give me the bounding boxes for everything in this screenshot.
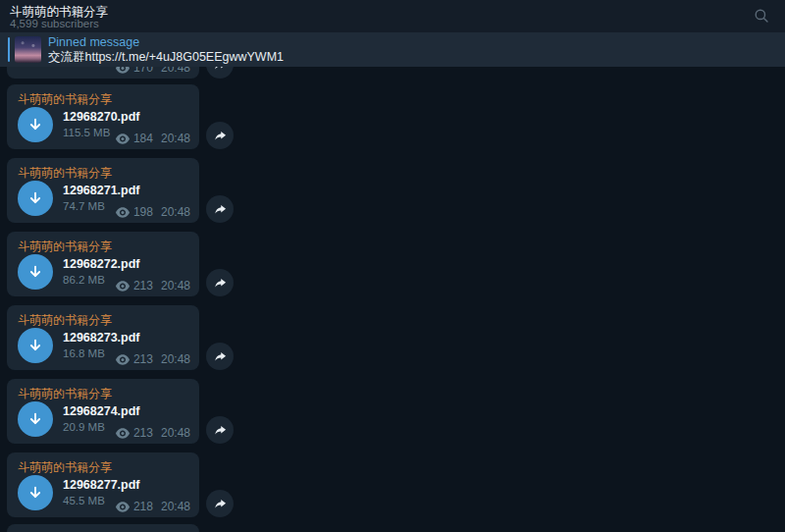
share-button[interactable]: [206, 195, 234, 223]
views-eye-icon: [116, 67, 130, 74]
pinned-message-bar[interactable]: Pinned message 交流群https://t.me/+4uJ8G05E…: [0, 32, 785, 67]
pinned-accent-line: [8, 37, 10, 62]
message-meta: 213 20:48: [116, 279, 190, 293]
message-bubble[interactable]: 斗萌萌的书籍分享 12968272.pdf 86.2 MB 213 20:48: [7, 232, 199, 296]
channel-name[interactable]: 斗萌萌的书籍分享: [18, 386, 112, 402]
message-bubble[interactable]: 斗萌萌的书籍分享 12968271.pdf 74.7 MB 198 20:48: [7, 158, 199, 223]
download-button[interactable]: [18, 328, 53, 363]
download-button[interactable]: [18, 254, 53, 290]
share-button[interactable]: [206, 416, 234, 444]
telegram-window: 斗萌萌的书籍分享 4,599 subscribers Pinned messag…: [0, 0, 785, 532]
message-bubble[interactable]: 斗萌萌的书籍分享 12968277.pdf 45.5 MB 218 20:48: [7, 452, 199, 517]
file-name[interactable]: 12968274.pdf: [63, 404, 140, 418]
message-meta: 213 20:48: [116, 426, 190, 440]
message-meta: 170 20:48: [116, 67, 190, 75]
views-eye-icon: [116, 207, 130, 218]
view-count: 170: [133, 67, 153, 75]
message-time: 20:48: [161, 132, 190, 145]
message-time: 20:48: [161, 500, 190, 513]
view-count: 218: [133, 500, 153, 513]
file-name[interactable]: 12968270.pdf: [63, 110, 140, 124]
channel-name[interactable]: 斗萌萌的书籍分享: [18, 312, 112, 329]
message-time: 20:48: [161, 205, 190, 219]
chat-message-area: 170 20:48 斗萌萌的书籍分享 12968270.pdf 115.5 MB: [0, 67, 785, 532]
chat-subscriber-count: 4,599 subscribers: [10, 18, 99, 29]
download-button[interactable]: [18, 181, 53, 216]
channel-name[interactable]: 斗萌萌的书籍分享: [18, 239, 112, 255]
file-size: 86.2 MB: [63, 274, 105, 286]
search-icon[interactable]: [753, 7, 770, 25]
message-bubble-partial-top[interactable]: 170 20:48: [7, 67, 199, 79]
chat-header-bar[interactable]: 斗萌萌的书籍分享 4,599 subscribers: [0, 0, 785, 32]
file-size: 74.7 MB: [63, 200, 105, 212]
message-bubble[interactable]: 斗萌萌的书籍分享 12968274.pdf 20.9 MB 213 20:48: [7, 379, 199, 444]
channel-name[interactable]: 斗萌萌的书籍分享: [18, 459, 112, 476]
views-eye-icon: [116, 354, 130, 365]
pinned-label: Pinned message: [48, 35, 775, 50]
file-name[interactable]: 12968271.pdf: [63, 184, 140, 197]
download-button[interactable]: [18, 475, 53, 510]
pinned-message-text: 交流群https://t.me/+4uJ8G05EEgwwYWM1: [48, 50, 775, 65]
pinned-thumbnail: [15, 36, 41, 63]
channel-name[interactable]: 斗萌萌的书籍分享: [18, 91, 112, 108]
message-meta: 213 20:48: [116, 352, 190, 366]
share-button[interactable]: [206, 343, 234, 370]
file-size: 16.8 MB: [63, 347, 105, 359]
share-button[interactable]: [206, 122, 234, 149]
file-size: 115.5 MB: [63, 127, 110, 138]
file-size: 45.5 MB: [63, 495, 105, 506]
download-button[interactable]: [18, 107, 53, 142]
file-size: 20.9 MB: [63, 421, 105, 433]
file-name[interactable]: 12968273.pdf: [63, 331, 140, 345]
message-meta: 198 20:48: [116, 205, 190, 219]
view-count: 184: [133, 132, 153, 145]
message-time: 20:48: [161, 67, 190, 75]
views-eye-icon: [116, 133, 130, 144]
views-eye-icon: [116, 281, 130, 292]
file-name[interactable]: 12968272.pdf: [63, 257, 140, 271]
download-button[interactable]: [18, 401, 53, 437]
views-eye-icon: [116, 502, 130, 512]
view-count: 213: [133, 426, 153, 440]
message-bubble-partial-bottom[interactable]: [7, 524, 199, 532]
share-button[interactable]: [206, 67, 234, 79]
message-meta: 218 20:48: [116, 500, 190, 513]
message-time: 20:48: [161, 279, 190, 293]
share-button[interactable]: [206, 269, 234, 296]
file-name[interactable]: 12968277.pdf: [63, 478, 140, 492]
message-meta: 184 20:48: [116, 132, 190, 145]
message-bubble[interactable]: 斗萌萌的书籍分享 12968273.pdf 16.8 MB 213 20:48: [7, 305, 199, 370]
share-button[interactable]: [206, 490, 234, 517]
view-count: 213: [133, 279, 153, 293]
message-time: 20:48: [161, 426, 190, 440]
channel-name[interactable]: 斗萌萌的书籍分享: [18, 165, 112, 182]
message-time: 20:48: [161, 352, 190, 366]
view-count: 198: [133, 205, 153, 219]
view-count: 213: [133, 352, 153, 366]
message-bubble[interactable]: 斗萌萌的书籍分享 12968270.pdf 115.5 MB 184 20:48: [7, 84, 199, 149]
views-eye-icon: [116, 428, 130, 439]
